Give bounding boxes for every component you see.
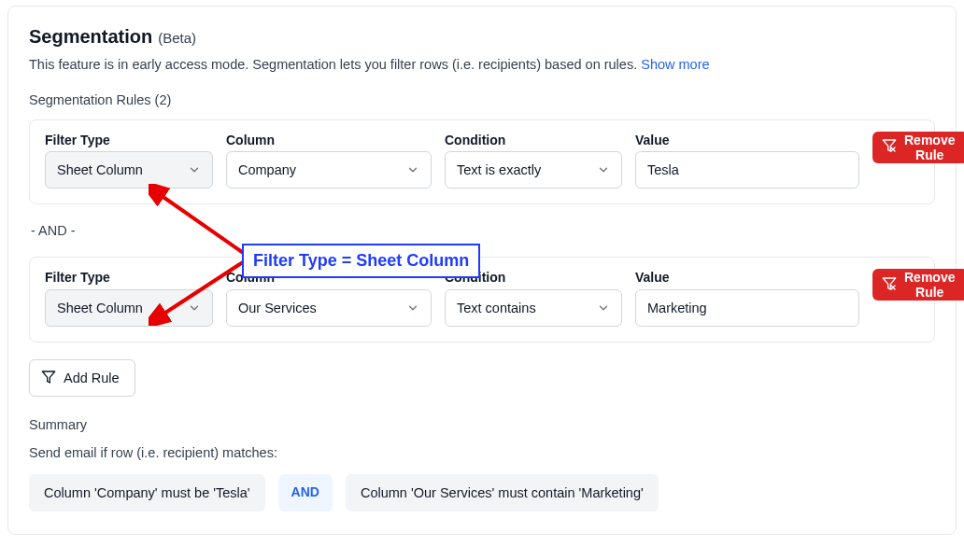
column-value: Our Services [238, 299, 317, 317]
summary-pill: Column 'Our Services' must contain 'Mark… [346, 474, 659, 511]
annotation-label: Filter Type = Sheet Column [242, 244, 480, 278]
condition-select[interactable]: Text is exactly [445, 151, 622, 189]
remove-rule-button[interactable]: Remove Rule [872, 132, 964, 163]
add-rule-button[interactable]: Add Rule [29, 359, 135, 397]
filter-x-icon [882, 276, 897, 294]
filter-icon [41, 370, 56, 387]
summary-pill: Column 'Company' must be 'Tesla' [29, 474, 265, 511]
rules-count-label: Segmentation Rules (2) [29, 91, 935, 109]
summary-intro: Send email if row (i.e. recipient) match… [29, 443, 935, 462]
summary-and-pill: AND [278, 474, 333, 511]
chevron-down-icon [406, 163, 419, 176]
show-more-link[interactable]: Show more [641, 57, 709, 72]
summary-pill-row: Column 'Company' must be 'Tesla' AND Col… [29, 474, 935, 511]
intro-text: This feature is in early access mode. Se… [29, 55, 935, 74]
filter-type-label: Filter Type [45, 269, 213, 287]
chevron-down-icon [597, 163, 610, 176]
value-text: Tesla [647, 161, 679, 179]
condition-value: Text is exactly [457, 161, 541, 179]
chevron-down-icon [188, 301, 201, 315]
condition-label: Condition [445, 132, 622, 150]
column-label: Column [226, 132, 432, 150]
column-select[interactable]: Company [226, 151, 432, 189]
value-label: Value [635, 269, 859, 287]
beta-badge: (Beta) [158, 28, 196, 48]
summary-heading: Summary [29, 415, 935, 434]
filter-type-select[interactable]: Sheet Column [45, 151, 213, 189]
remove-rule-button[interactable]: Remove Rule [872, 269, 964, 301]
rule-card: Filter Type Sheet Column Column Our Serv… [29, 257, 935, 343]
remove-rule-label: Remove Rule [904, 133, 955, 162]
filter-type-value: Sheet Column [57, 299, 143, 317]
value-input[interactable]: Tesla [635, 151, 859, 189]
filter-type-value: Sheet Column [57, 161, 143, 179]
column-value: Company [238, 161, 296, 179]
title-row: Segmentation (Beta) [29, 23, 935, 49]
filter-type-label: Filter Type [45, 132, 213, 150]
intro-body: This feature is in early access mode. Se… [29, 57, 641, 72]
chevron-down-icon [188, 163, 201, 176]
condition-select[interactable]: Text contains [445, 289, 622, 327]
column-select[interactable]: Our Services [226, 289, 432, 327]
remove-rule-label: Remove Rule [904, 270, 955, 300]
and-separator: - AND - [31, 221, 935, 240]
condition-value: Text contains [457, 299, 536, 317]
svg-marker-6 [42, 371, 54, 383]
filter-type-select[interactable]: Sheet Column [45, 289, 213, 327]
value-input[interactable]: Marketing [635, 289, 859, 327]
page-title: Segmentation [29, 23, 152, 49]
value-text: Marketing [647, 299, 707, 317]
chevron-down-icon [597, 301, 610, 315]
chevron-down-icon [406, 301, 419, 315]
filter-x-icon [882, 138, 897, 156]
segmentation-panel: Segmentation (Beta) This feature is in e… [7, 6, 957, 535]
value-label: Value [635, 132, 859, 150]
rule-card: Filter Type Sheet Column Column Company … [29, 119, 935, 205]
add-rule-label: Add Rule [64, 371, 120, 385]
